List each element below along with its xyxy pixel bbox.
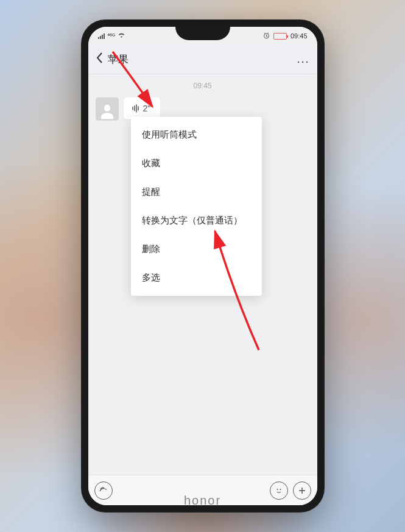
- phone-brand: honor: [184, 494, 221, 508]
- voice-input-icon[interactable]: [94, 481, 113, 500]
- alarm-icon: [263, 32, 270, 40]
- battery-icon: [273, 33, 287, 40]
- signal-icon: [98, 33, 105, 39]
- menu-item-delete[interactable]: 删除: [131, 235, 262, 264]
- svg-point-2: [280, 489, 281, 490]
- phone-screen: ⁴⁶ᴳ 09:45 苹果 ... 09:45: [88, 27, 317, 505]
- wifi-icon: [118, 32, 125, 40]
- chat-header: 苹果 ...: [88, 45, 317, 74]
- chat-title: 苹果: [108, 52, 297, 66]
- avatar[interactable]: [96, 97, 119, 121]
- voice-wave-icon: [132, 104, 139, 113]
- voice-message-bubble[interactable]: 2": [124, 97, 160, 119]
- menu-item-earpiece[interactable]: 使用听筒模式: [131, 121, 262, 149]
- chat-body: 09:45 2" 使用听筒模式 收藏 提醒 转换为文字（仅普通话） 删除: [88, 74, 317, 475]
- menu-item-remind[interactable]: 提醒: [131, 178, 262, 206]
- more-icon[interactable]: ...: [297, 53, 309, 66]
- status-left: ⁴⁶ᴳ: [98, 32, 125, 40]
- network-label: ⁴⁶ᴳ: [107, 32, 115, 40]
- voice-duration: 2": [143, 103, 151, 113]
- menu-item-favorite[interactable]: 收藏: [131, 149, 262, 178]
- status-right: 09:45: [263, 32, 308, 40]
- phone-frame: ⁴⁶ᴳ 09:45 苹果 ... 09:45: [81, 19, 325, 513]
- back-icon[interactable]: [96, 52, 103, 68]
- menu-item-to-text[interactable]: 转换为文字（仅普通话）: [131, 206, 262, 235]
- svg-point-1: [276, 489, 278, 490]
- chat-timestamp: 09:45: [96, 82, 310, 90]
- plus-icon[interactable]: [293, 481, 311, 500]
- emoji-icon[interactable]: [270, 481, 288, 500]
- status-time: 09:45: [291, 32, 308, 40]
- context-menu: 使用听筒模式 收藏 提醒 转换为文字（仅普通话） 删除 多选: [131, 117, 262, 296]
- menu-item-multiselect[interactable]: 多选: [131, 264, 262, 292]
- phone-notch: [175, 27, 230, 40]
